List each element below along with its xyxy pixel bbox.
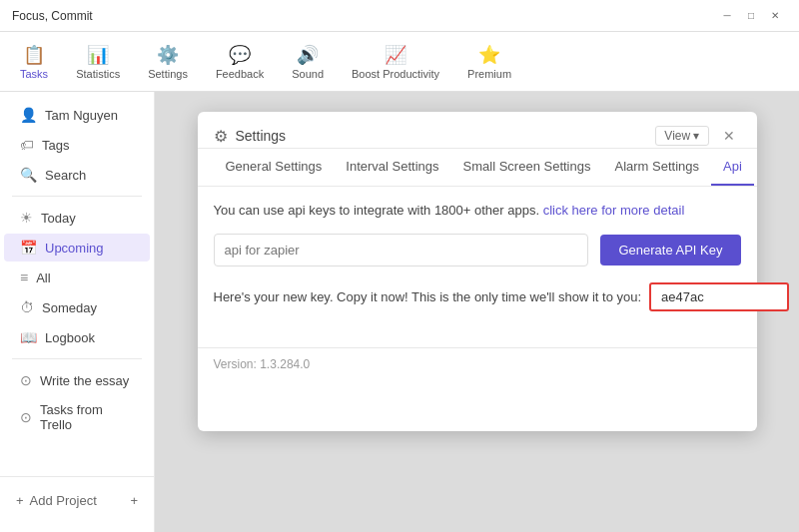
sidebar-item-someday[interactable]: ⏱ Someday: [4, 293, 150, 321]
modal-title: Settings: [236, 128, 648, 144]
version-text: Version: 1.3.284.0: [214, 357, 311, 371]
api-key-row: Here's your new key. Copy it now! This i…: [214, 282, 741, 311]
sidebar-item-search[interactable]: 🔍 Search: [4, 161, 150, 189]
someday-icon: ⏱: [20, 299, 34, 315]
sidebar-item-user[interactable]: 👤 Tam Nguyen: [4, 101, 150, 129]
tab-interval[interactable]: Interval Settings: [334, 149, 450, 186]
logbook-icon: 📖: [20, 329, 37, 345]
add-project-plus-icon: +: [16, 493, 24, 508]
toolbar-tasks[interactable]: 📋 Tasks: [8, 36, 60, 88]
toolbar-settings-label: Settings: [148, 68, 188, 80]
modal-tabs: General Settings Interval Settings Small…: [198, 149, 757, 187]
close-icon: ✕: [723, 128, 735, 144]
sound-icon: 🔊: [297, 44, 319, 66]
sidebar-tags-label: Tags: [42, 138, 69, 153]
sidebar-logbook-label: Logbook: [45, 330, 95, 345]
view-label: View ▾: [664, 129, 699, 143]
sidebar-item-write-essay[interactable]: ⊙ Write the essay: [4, 366, 150, 394]
tab-api[interactable]: Api: [711, 149, 754, 186]
sidebar-all-label: All: [36, 270, 50, 285]
sidebar-upcoming-label: Upcoming: [45, 241, 104, 256]
modal-overlay: ⚙ Settings View ▾ ✕ General Settings: [155, 92, 799, 532]
toolbar-settings[interactable]: ⚙️ Settings: [136, 36, 200, 88]
project-icon-1: ⊙: [20, 372, 32, 388]
title-bar: Focus, Commit ─ □ ✕: [0, 0, 799, 32]
app-root: Focus, Commit ─ □ ✕ 📋 Tasks 📊 Statistics…: [0, 0, 799, 532]
minimize-button[interactable]: ─: [715, 6, 739, 26]
sidebar-user-label: Tam Nguyen: [45, 108, 118, 123]
sidebar-write-essay-label: Write the essay: [40, 373, 129, 388]
api-info-text: You can use api keys to integrate with 1…: [214, 203, 741, 218]
toolbar-statistics[interactable]: 📊 Statistics: [64, 36, 132, 88]
search-icon: 🔍: [20, 167, 37, 183]
sidebar-bottom: + Add Project +: [0, 476, 154, 524]
all-icon: ≡: [20, 269, 28, 285]
sidebar-divider-2: [12, 358, 142, 359]
toolbar-sound-label: Sound: [292, 68, 324, 80]
settings-modal: ⚙ Settings View ▾ ✕ General Settings: [198, 112, 757, 431]
api-key-label: Here's your new key. Copy it now! This i…: [214, 289, 642, 304]
sidebar-item-tags[interactable]: 🏷 Tags: [4, 131, 150, 159]
add-project-button[interactable]: + Add Project +: [0, 485, 154, 516]
modal-body: You can use api keys to integrate with 1…: [198, 187, 757, 347]
settings-icon: ⚙️: [157, 44, 179, 66]
sidebar-item-tasks-trello[interactable]: ⊙ Tasks from Trello: [4, 396, 150, 438]
today-icon: ☀: [20, 210, 33, 226]
toolbar-premium-label: Premium: [467, 68, 511, 80]
modal-view-button[interactable]: View ▾: [655, 126, 708, 146]
user-icon: 👤: [20, 107, 37, 123]
statistics-icon: 📊: [87, 44, 109, 66]
add-project-label: Add Project: [30, 493, 97, 508]
toolbar-statistics-label: Statistics: [76, 68, 120, 80]
sidebar-search-label: Search: [45, 168, 86, 183]
modal-header: ⚙ Settings View ▾ ✕: [198, 112, 757, 149]
upcoming-icon: 📅: [20, 240, 37, 256]
toolbar-sound[interactable]: 🔊 Sound: [280, 36, 336, 88]
generate-api-key-button[interactable]: Generate API Key: [600, 235, 740, 266]
boost-icon: 📈: [385, 44, 406, 66]
toolbar-feedback-label: Feedback: [216, 68, 264, 80]
tags-icon: 🏷: [20, 137, 34, 153]
close-button[interactable]: ✕: [763, 6, 787, 26]
premium-icon: ⭐: [478, 44, 500, 66]
sidebar-item-upcoming[interactable]: 📅 Upcoming: [4, 234, 150, 262]
sidebar-divider-1: [12, 196, 142, 197]
window-controls: ─ □ ✕: [715, 6, 787, 26]
sidebar-item-all[interactable]: ≡ All: [4, 264, 150, 291]
project-icon-2: ⊙: [20, 409, 32, 425]
sidebar-item-logbook[interactable]: 📖 Logbook: [4, 323, 150, 351]
toolbar-premium[interactable]: ⭐ Premium: [455, 36, 523, 88]
tab-smallscreen[interactable]: Small Screen Settings: [451, 149, 603, 186]
modal-title-icon: ⚙: [214, 127, 228, 146]
toolbar-boost[interactable]: 📈 Boost Productivity: [340, 36, 451, 88]
api-info-link[interactable]: click here for more detail: [543, 203, 685, 218]
sidebar-tasks-trello-label: Tasks from Trello: [40, 402, 134, 432]
add-project-icon-right: +: [130, 493, 138, 508]
api-name-input[interactable]: [214, 234, 589, 266]
sidebar: 👤 Tam Nguyen 🏷 Tags 🔍 Search ☀ Today 📅 U…: [0, 92, 155, 532]
app-body: 👤 Tam Nguyen 🏷 Tags 🔍 Search ☀ Today 📅 U…: [0, 92, 799, 532]
modal-footer: Version: 1.3.284.0: [198, 347, 757, 379]
tasks-icon: 📋: [23, 44, 45, 66]
toolbar-boost-label: Boost Productivity: [352, 68, 439, 80]
toolbar: 📋 Tasks 📊 Statistics ⚙️ Settings 💬 Feedb…: [0, 32, 799, 92]
sidebar-item-today[interactable]: ☀ Today: [4, 204, 150, 232]
tab-general[interactable]: General Settings: [214, 149, 335, 186]
api-input-row: Generate API Key: [214, 234, 741, 266]
main-content: ⚙ Settings View ▾ ✕ General Settings: [155, 92, 799, 532]
app-title: Focus, Commit: [12, 9, 93, 23]
feedback-icon: 💬: [229, 44, 251, 66]
api-key-value: ae47ac: [649, 282, 789, 311]
toolbar-feedback[interactable]: 💬 Feedback: [204, 36, 276, 88]
maximize-button[interactable]: □: [739, 6, 763, 26]
modal-close-button[interactable]: ✕: [717, 124, 741, 148]
sidebar-today-label: Today: [41, 211, 76, 226]
sidebar-someday-label: Someday: [42, 300, 97, 315]
toolbar-tasks-label: Tasks: [20, 68, 48, 80]
tab-alarm[interactable]: Alarm Settings: [602, 149, 711, 186]
